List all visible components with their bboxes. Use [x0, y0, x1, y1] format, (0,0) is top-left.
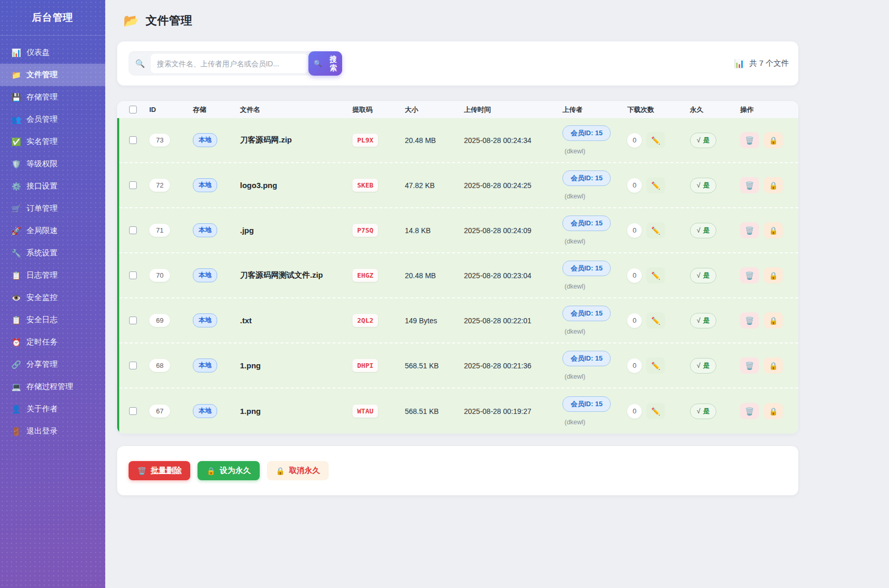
- toggle-permanent-button[interactable]: 🔒: [764, 177, 783, 193]
- sidebar-item-label: 文件管理: [26, 70, 58, 80]
- check-mark-icon: ✅: [11, 137, 21, 147]
- lock-icon: 🔒: [206, 467, 215, 475]
- row-checkbox[interactable]: [129, 317, 137, 324]
- edit-download-count-button[interactable]: ✏️: [646, 312, 665, 328]
- sidebar-item-label: 退出登录: [26, 426, 58, 436]
- trash-icon: 🗑️: [745, 226, 754, 235]
- delete-file-button[interactable]: 🗑️: [740, 312, 759, 328]
- toggle-permanent-button[interactable]: 🔒: [764, 357, 783, 374]
- table-row: 73 本地 刀客源码网.zip PL9X 20.48 MB 2025-08-28…: [119, 118, 798, 163]
- upload-time: 2025-08-28 00:21:36: [464, 362, 531, 370]
- toggle-permanent-button[interactable]: 🔒: [764, 403, 783, 419]
- floppy-disk-icon: 💾: [11, 93, 21, 102]
- column-header: 永久: [690, 105, 740, 114]
- dashboard-chart-icon: 📊: [11, 48, 21, 58]
- row-checkbox[interactable]: [129, 271, 137, 279]
- sidebar-item-level-permission[interactable]: 🛡️ 等级权限: [0, 153, 105, 175]
- set-permanent-button[interactable]: 🔒 设为永久: [197, 461, 259, 480]
- storage-badge: 本地: [193, 223, 217, 237]
- storage-badge: 本地: [193, 404, 217, 418]
- row-checkbox[interactable]: [129, 407, 137, 415]
- file-count: 📊 共 7 个文件: [734, 59, 789, 68]
- toggle-permanent-button[interactable]: 🔒: [764, 267, 783, 283]
- sidebar-item-members[interactable]: 👥 会员管理: [0, 108, 105, 131]
- lock-icon: 🔒: [769, 362, 778, 370]
- select-all-checkbox[interactable]: [129, 106, 137, 113]
- delete-file-button[interactable]: 🗑️: [740, 267, 759, 283]
- download-count: 0: [627, 178, 642, 193]
- storage-badge: 本地: [193, 313, 217, 327]
- toggle-permanent-button[interactable]: 🔒: [764, 312, 783, 328]
- edit-download-count-button[interactable]: ✏️: [646, 403, 665, 419]
- search-input[interactable]: [151, 54, 307, 73]
- pencil-icon: ✏️: [651, 362, 660, 370]
- sidebar-item-cron-tasks[interactable]: ⏰ 定时任务: [0, 331, 105, 353]
- batch-delete-label: 批量删除: [150, 466, 181, 476]
- sidebar-item-label: 订单管理: [26, 204, 58, 213]
- cancel-permanent-button[interactable]: 🔒 取消永久: [267, 461, 329, 480]
- edit-download-count-button[interactable]: ✏️: [646, 267, 665, 283]
- sidebar-item-security-monitor[interactable]: 👁️ 安全监控: [0, 286, 105, 309]
- sidebar-item-about-author[interactable]: 👤 关于作者: [0, 398, 105, 420]
- users-icon: 👥: [11, 115, 21, 124]
- delete-file-button[interactable]: 🗑️: [740, 222, 759, 238]
- permanent-badge: √是: [690, 358, 716, 374]
- sidebar-item-system-settings[interactable]: 🔧 系统设置: [0, 242, 105, 264]
- gear-icon: ⚙️: [11, 182, 21, 191]
- toggle-permanent-button[interactable]: 🔒: [764, 222, 783, 238]
- uploader-username: (dkewl): [562, 419, 585, 426]
- delete-file-button[interactable]: 🗑️: [740, 357, 759, 374]
- file-size: 149 Bytes: [405, 317, 437, 325]
- sidebar-item-share-management[interactable]: 🔗 分享管理: [0, 353, 105, 376]
- delete-file-button[interactable]: 🗑️: [740, 177, 759, 193]
- pencil-icon: ✏️: [651, 407, 660, 415]
- memo-icon: 📋: [11, 315, 21, 325]
- computer-icon: 💻: [11, 382, 21, 392]
- sidebar-item-global-speed[interactable]: 🚀 全局限速: [0, 220, 105, 242]
- trash-icon: 🗑️: [745, 317, 754, 325]
- permanent-badge: √是: [690, 268, 716, 283]
- edit-download-count-button[interactable]: ✏️: [646, 132, 665, 148]
- sidebar-item-stored-procedures[interactable]: 💻 存储过程管理: [0, 376, 105, 398]
- uploader-username: (dkewl): [562, 283, 585, 290]
- edit-download-count-button[interactable]: ✏️: [646, 222, 665, 238]
- batch-delete-button[interactable]: 🗑️ 批量删除: [129, 461, 190, 480]
- edit-download-count-button[interactable]: ✏️: [646, 177, 665, 193]
- cancel-permanent-label: 取消永久: [289, 466, 320, 476]
- search-button-icon: 🔍: [314, 60, 322, 67]
- delete-file-button[interactable]: 🗑️: [740, 132, 759, 148]
- row-checkbox[interactable]: [129, 181, 137, 189]
- sidebar-item-realname[interactable]: ✅ 实名管理: [0, 131, 105, 153]
- extract-code-badge: DHPI: [352, 359, 378, 372]
- eye-icon: 👁️: [11, 293, 21, 303]
- sidebar-item-storage[interactable]: 💾 存储管理: [0, 86, 105, 108]
- sidebar-item-orders[interactable]: 🛒 订单管理: [0, 197, 105, 220]
- sidebar-item-logout[interactable]: 🚪 退出登录: [0, 420, 105, 442]
- check-mark-icon: √: [697, 407, 700, 415]
- row-checkbox[interactable]: [129, 362, 137, 369]
- extract-code-badge: EHGZ: [352, 269, 378, 282]
- file-size: 20.48 MB: [405, 136, 436, 145]
- toggle-permanent-button[interactable]: 🔒: [764, 132, 783, 148]
- pencil-icon: ✏️: [651, 226, 660, 235]
- table-row: 70 本地 刀客源码网测试文件.zip EHGZ 20.48 MB 2025-0…: [119, 253, 798, 298]
- sidebar-item-api-settings[interactable]: ⚙️ 接口设置: [0, 175, 105, 197]
- sidebar-item-log-management[interactable]: 📋 日志管理: [0, 264, 105, 286]
- file-name: .txt: [240, 316, 252, 325]
- storage-badge: 本地: [193, 178, 217, 192]
- sidebar-item-dashboard[interactable]: 📊 仪表盘: [0, 41, 105, 64]
- row-checkbox[interactable]: [129, 226, 137, 234]
- search-button[interactable]: 🔍 搜索: [308, 51, 342, 76]
- lock-icon: 🔒: [769, 407, 778, 415]
- column-header: 文件名: [240, 105, 352, 114]
- sidebar-item-file-management[interactable]: 📁 文件管理: [0, 64, 105, 86]
- file-name: 刀客源码网测试文件.zip: [240, 270, 323, 280]
- extract-code-badge: 2QL2: [352, 314, 378, 327]
- delete-file-button[interactable]: 🗑️: [740, 403, 759, 419]
- row-checkbox[interactable]: [129, 136, 137, 144]
- edit-download-count-button[interactable]: ✏️: [646, 357, 665, 374]
- uploader-id-badge: 会员ID: 15: [562, 216, 611, 231]
- sidebar-item-security-logs[interactable]: 📋 安全日志: [0, 309, 105, 331]
- file-name: .jpg: [240, 226, 254, 235]
- lock-icon: 🔒: [769, 136, 778, 145]
